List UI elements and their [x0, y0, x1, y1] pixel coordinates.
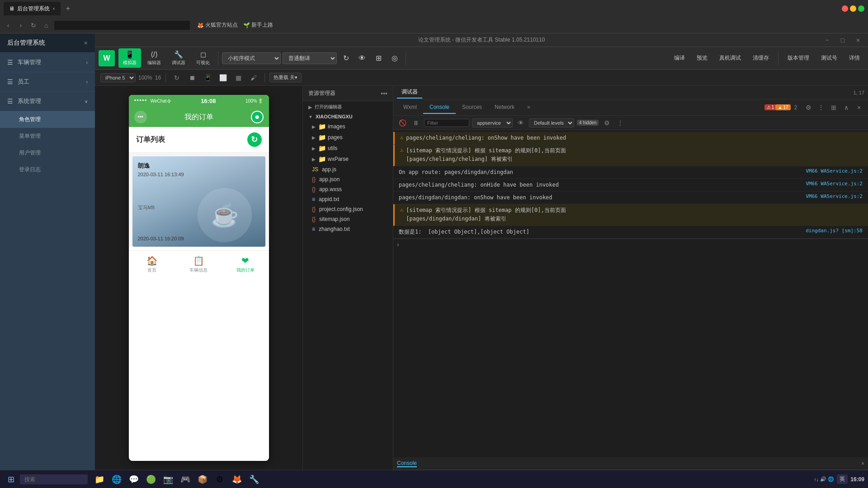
- taskbar-app-extra[interactable]: 🔧: [246, 471, 262, 488]
- bookmark-firefox[interactable]: 🦊 火狐官方站点: [197, 21, 238, 29]
- log-source-link[interactable]: VM66 WAService.js:2: [806, 181, 863, 187]
- console-filter-input[interactable]: [424, 119, 469, 127]
- file-tree-appid-txt[interactable]: ≡ appid.txt: [303, 194, 393, 204]
- new-tab-button[interactable]: +: [66, 5, 70, 13]
- console-input[interactable]: [402, 241, 864, 248]
- tab-more[interactable]: »: [521, 101, 537, 114]
- sidebar-subitem-role-management[interactable]: 角色管理: [0, 111, 95, 128]
- taskbar-app-browser[interactable]: 🌐: [108, 471, 125, 488]
- reload-icon-btn[interactable]: ↻: [339, 51, 353, 66]
- taskbar-app-settings[interactable]: ⚙: [212, 471, 228, 488]
- start-button[interactable]: ⊞: [4, 472, 18, 487]
- taskbar-app-package[interactable]: 📦: [194, 471, 211, 488]
- test-number-button[interactable]: 测试号: [816, 52, 842, 64]
- file-tree-wxparse-folder[interactable]: ▶ 📁 wxParse: [303, 154, 393, 164]
- sidebar-subitem-user-management[interactable]: 用户管理: [0, 145, 95, 161]
- debugger-main-tab[interactable]: 调试器: [397, 86, 422, 99]
- toolbar-editor-btn[interactable]: ⟨/⟩ 编辑器: [143, 48, 165, 68]
- close-devtools-btn[interactable]: ×: [854, 102, 864, 113]
- file-tree-utils-folder[interactable]: ▶ 📁 utils: [303, 143, 393, 154]
- console-menu-btn[interactable]: ⋮: [615, 117, 626, 128]
- device-select[interactable]: iPhone 5: [100, 73, 136, 82]
- taskbar-app-firefox[interactable]: 🦊: [229, 471, 245, 488]
- wechat-maximize-btn[interactable]: □: [836, 34, 849, 47]
- file-tree-section-open-editors[interactable]: ▶ 打开的编辑器: [303, 101, 393, 112]
- detach-icon-btn[interactable]: ⋮: [816, 102, 826, 113]
- bottom-close-icon[interactable]: ×: [861, 460, 864, 467]
- sidebar-subitem-menu-management[interactable]: 菜单管理: [0, 128, 95, 145]
- clear-storage-button[interactable]: 清缓存: [748, 52, 774, 64]
- file-tree-zhanghao-txt[interactable]: ≡ zhanghao.txt: [303, 224, 393, 234]
- share-icon-btn[interactable]: ◎: [387, 51, 402, 66]
- dock-icon-btn[interactable]: ⊞: [828, 102, 839, 113]
- preview-icon-btn[interactable]: 👁: [355, 51, 369, 66]
- file-tree-app-wxss[interactable]: {} app.wxss: [303, 184, 393, 194]
- preview-button[interactable]: 预览: [692, 52, 712, 64]
- tab-network[interactable]: Network: [488, 101, 521, 114]
- tablet-btn[interactable]: ⬜: [217, 71, 229, 84]
- details-button[interactable]: 详情: [844, 52, 864, 64]
- back-button[interactable]: ‹: [4, 22, 13, 29]
- log-source-link[interactable]: VM66 WAService.js:2: [806, 168, 863, 174]
- wechat-close-btn[interactable]: ×: [852, 34, 864, 47]
- browser-min-btn[interactable]: [850, 5, 856, 12]
- log-source-link[interactable]: dingdan.js? [sm]:58: [806, 228, 863, 234]
- file-tree-section-xiaochengxu[interactable]: ▼ XIAOCHENGXU: [303, 112, 393, 121]
- console-levels-select[interactable]: Default levels: [529, 118, 574, 127]
- console-service-select[interactable]: appservice: [472, 118, 513, 127]
- sidebar-item-system-management[interactable]: ☰ 系统管理 ∨: [0, 92, 95, 111]
- console-settings-btn[interactable]: ⚙: [601, 117, 612, 128]
- translate-select-dropdown[interactable]: 普通翻译: [283, 52, 337, 64]
- hotreload-button[interactable]: 热重载 关▾: [269, 73, 302, 82]
- qr-icon-btn[interactable]: ⊞: [371, 51, 386, 66]
- sidebar-close-icon[interactable]: ×: [84, 39, 88, 47]
- bookmark-newbie[interactable]: 🌱 新手上路: [243, 21, 273, 29]
- file-tree-app-js[interactable]: JS app.js: [303, 164, 393, 174]
- mode-select-dropdown[interactable]: 小程序模式: [222, 52, 281, 64]
- wechat-minimize-btn[interactable]: －: [821, 34, 834, 47]
- taskbar-app-weixin[interactable]: 🟢: [143, 471, 159, 488]
- phone-dots-button[interactable]: •••: [134, 111, 147, 123]
- version-management-button[interactable]: 版本管理: [783, 52, 814, 64]
- bottom-nav-vehicle-info[interactable]: 📋 车辆信息: [175, 253, 222, 275]
- tab-sources[interactable]: Sources: [456, 101, 488, 114]
- taskbar-app-camera[interactable]: 📷: [160, 471, 176, 488]
- refresh-button[interactable]: ↻: [29, 22, 38, 29]
- sidebar-item-employees[interactable]: ☰ 员工 ‹: [0, 72, 95, 92]
- log-source-link[interactable]: VM66 WAService.js:2: [806, 193, 863, 199]
- settings-icon-btn[interactable]: ⚙: [803, 102, 814, 113]
- paint-btn[interactable]: 🖌: [247, 71, 260, 84]
- eye-icon-btn[interactable]: 👁: [515, 117, 526, 128]
- sidebar-item-vehicle-management[interactable]: ☰ 车辆管理 ‹: [0, 53, 95, 72]
- bottom-nav-home[interactable]: 🏠 首页: [129, 253, 175, 275]
- collapse-icon-btn[interactable]: ∧: [841, 102, 852, 113]
- browser-tab-active[interactable]: 🖥 后台管理系统 ×: [4, 2, 61, 15]
- compile-button[interactable]: 编译: [670, 52, 689, 64]
- taskbar-app-game[interactable]: 🎮: [177, 471, 193, 488]
- file-tree-pages-folder[interactable]: ▶ 📁 pages: [303, 132, 393, 143]
- file-tree-more-button[interactable]: •••: [381, 90, 387, 97]
- taskbar-app-files[interactable]: 📁: [91, 471, 108, 488]
- tab-console[interactable]: Console: [423, 101, 456, 114]
- tab-wxml[interactable]: Wxml: [397, 101, 423, 114]
- file-tree-app-json[interactable]: {} app.json: [303, 174, 393, 184]
- toolbar-simulator-btn[interactable]: 📱 模拟器: [118, 48, 141, 68]
- sidebar-subitem-login-log[interactable]: 登录日志: [0, 161, 95, 178]
- taskbar-search-input[interactable]: [20, 474, 88, 484]
- file-tree-sitemap-json[interactable]: {} sitemap.json: [303, 214, 393, 224]
- browser-close-btn[interactable]: [842, 5, 848, 12]
- browser-max-btn[interactable]: [858, 5, 864, 12]
- file-tree-images-folder[interactable]: ▶ 📁 images: [303, 121, 393, 132]
- file-tree-project-config-json[interactable]: {} project.config.json: [303, 204, 393, 214]
- layout-btn[interactable]: ▦: [232, 71, 245, 84]
- bottom-nav-my-orders[interactable]: ❤ 我的订单: [222, 253, 269, 275]
- pause-on-exceptions-button[interactable]: ⏸: [410, 117, 421, 128]
- console-bottom-label[interactable]: Console: [397, 460, 417, 467]
- url-input[interactable]: [54, 21, 190, 30]
- phone-refresh-button[interactable]: ↻: [247, 132, 262, 147]
- toolbar-visual-btn[interactable]: ◻ 可视化: [192, 48, 214, 68]
- stop-btn[interactable]: ⏹: [186, 71, 198, 84]
- toolbar-debugger-btn[interactable]: 🔧 调试器: [167, 48, 190, 68]
- clear-console-button[interactable]: 🚫: [397, 117, 408, 128]
- home-button[interactable]: ⌂: [42, 22, 51, 29]
